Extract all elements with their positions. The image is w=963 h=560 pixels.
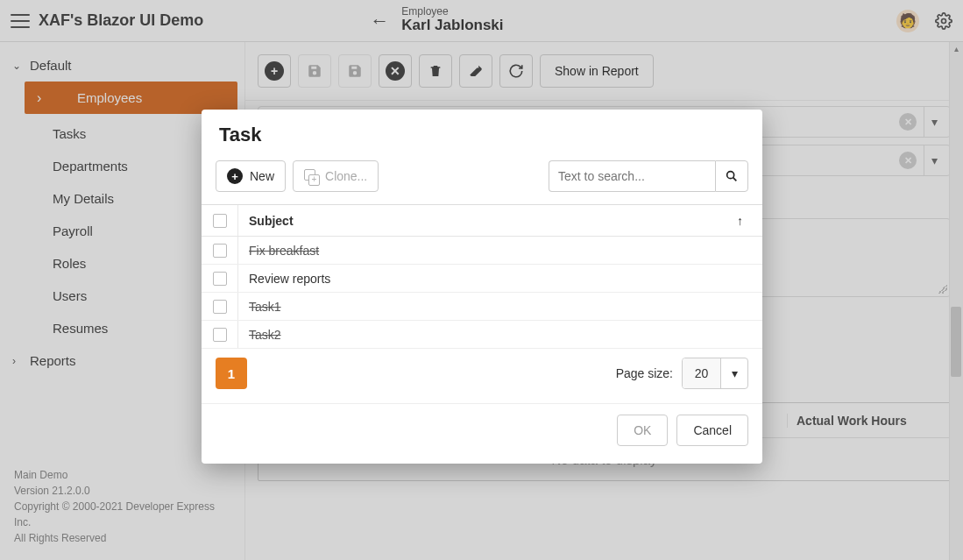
dialog-toolbar: + New Clone... [202,153,762,204]
task-dialog: Task + New Clone... Subject ↑ Fix breakf… [202,110,762,464]
svg-point-1 [727,172,734,179]
clone-task-label: Clone... [325,169,367,183]
clone-task-button[interactable]: Clone... [293,160,379,192]
plus-circle-icon: + [227,168,243,184]
row-subject: Task1 [238,300,762,314]
page-1-button[interactable]: 1 [216,358,247,389]
svg-line-2 [733,178,737,181]
row-subject: Task2 [238,328,762,342]
page-size-dropdown-toggle[interactable]: ▾ [721,358,747,388]
new-task-label: New [250,169,274,183]
page-size-selector[interactable]: 20 ▾ [682,358,748,389]
search-input[interactable] [549,160,715,192]
page-size-label: Page size: [616,366,673,380]
row-checkbox[interactable] [202,293,238,320]
dialog-title: Task [202,110,762,153]
sort-asc-icon: ↑ [737,214,743,228]
task-row[interactable]: Review reports [202,265,762,293]
select-all-checkbox[interactable] [202,205,238,236]
dialog-footer: OK Cancel [202,403,762,464]
search-button[interactable] [715,160,748,192]
row-checkbox[interactable] [202,265,238,292]
row-subject: Fix breakfast [238,244,762,258]
task-list-header: Subject ↑ [202,205,762,237]
cancel-button[interactable]: Cancel [676,415,748,446]
row-checkbox[interactable] [202,321,238,348]
task-row[interactable]: Fix breakfast [202,237,762,265]
search-icon [725,169,739,183]
pager: 1 Page size: 20 ▾ [202,349,762,403]
column-header-subject[interactable]: Subject ↑ [238,214,762,228]
page-size-value: 20 [683,358,721,388]
task-row[interactable]: Task1 [202,293,762,321]
row-subject: Review reports [238,272,762,286]
row-checkbox[interactable] [202,237,238,264]
task-list-table: Subject ↑ Fix breakfastReview reportsTas… [202,204,762,349]
new-task-button[interactable]: + New [216,160,286,192]
clone-icon [304,169,318,183]
ok-button[interactable]: OK [617,415,668,446]
task-row[interactable]: Task2 [202,321,762,349]
